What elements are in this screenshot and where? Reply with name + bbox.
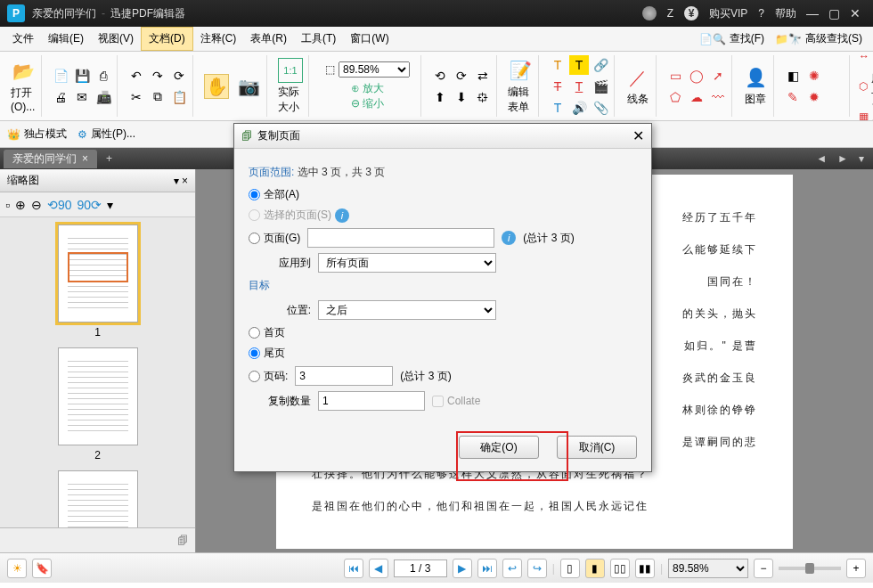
pages-input[interactable]: [307, 228, 494, 248]
radio-all[interactable]: 全部(A): [249, 187, 299, 202]
sidebar-menu-icon[interactable]: ▾ ×: [174, 175, 188, 187]
menu-edit[interactable]: 编辑(E): [41, 28, 91, 50]
refresh-icon[interactable]: ⟳: [169, 66, 189, 86]
minimize-button[interactable]: ―: [802, 6, 823, 20]
single-page-icon[interactable]: ▯: [560, 559, 580, 578]
page-down-icon[interactable]: ⬇: [452, 87, 471, 107]
tab-close-icon[interactable]: ×: [82, 152, 88, 165]
apply-to-select[interactable]: 所有页面: [318, 253, 496, 273]
zoom-in-button[interactable]: ⊕ 放大: [351, 81, 384, 96]
thumb-rotleft-icon[interactable]: ⟲90: [47, 198, 72, 212]
buy-vip-link[interactable]: 购买VIP: [709, 6, 747, 21]
thumb-zoomin-icon[interactable]: ⊕: [15, 198, 26, 212]
zoom-out-button[interactable]: ⊖ 缩小: [351, 96, 384, 111]
redo-icon[interactable]: ↷: [148, 66, 167, 86]
maximize-button[interactable]: ▢: [823, 6, 844, 20]
radio-pageno[interactable]: 页码:: [249, 369, 288, 384]
goto-icon[interactable]: ⯐: [473, 87, 493, 107]
tab-menu-icon[interactable]: ▾: [853, 152, 869, 165]
flip-icon[interactable]: ⇄: [473, 66, 493, 86]
cancel-button[interactable]: 取消(C): [557, 436, 637, 459]
prev-page-button[interactable]: ◀: [369, 559, 388, 578]
zoom-out-btn[interactable]: −: [754, 559, 773, 578]
new-icon[interactable]: 📄: [51, 66, 70, 86]
polygon-icon[interactable]: ⬠: [665, 87, 685, 107]
perimeter-tool[interactable]: ⬡周长: [859, 71, 873, 102]
scan-icon[interactable]: 📠: [94, 87, 113, 107]
position-select[interactable]: 之后: [318, 300, 496, 320]
cont-facing-icon[interactable]: ▮▮: [635, 559, 655, 578]
lines-button[interactable]: ／线条: [624, 63, 652, 109]
polyline-icon[interactable]: 〰: [708, 87, 728, 107]
undo-icon[interactable]: ↶: [126, 66, 146, 86]
actual-size-button[interactable]: 1:1实际大小: [276, 56, 305, 117]
first-page-button[interactable]: ⏮: [344, 559, 363, 578]
rotate-right-icon[interactable]: ⟳: [452, 66, 471, 86]
menu-comment[interactable]: 注释(C): [193, 28, 244, 50]
arrow-icon[interactable]: ➚: [708, 66, 728, 86]
zoom-combo[interactable]: 89.58%: [668, 559, 748, 578]
menu-form[interactable]: 表单(R): [243, 28, 294, 50]
help-icon[interactable]: ?: [758, 7, 764, 20]
burst2-icon[interactable]: ✹: [804, 87, 824, 107]
radio-last[interactable]: 尾页: [249, 346, 285, 361]
last-page-button[interactable]: ⏭: [477, 559, 497, 578]
find-button[interactable]: 📄🔍查找(F): [694, 29, 770, 48]
edit-text-icon[interactable]: T: [548, 55, 567, 75]
save-icon[interactable]: 💾: [72, 66, 92, 86]
page-up-icon[interactable]: ⬆: [430, 87, 450, 107]
caret-icon[interactable]: T: [548, 98, 567, 118]
user-label[interactable]: Z: [667, 7, 673, 20]
highlight-icon[interactable]: T: [569, 55, 589, 75]
copy-icon[interactable]: ⧉: [148, 87, 167, 107]
dialog-close-button[interactable]: ✕: [632, 127, 644, 144]
menu-tool[interactable]: 工具(T): [294, 28, 343, 50]
area-tool[interactable]: ▦面积: [859, 102, 873, 122]
rotate-left-icon[interactable]: ⟲: [430, 66, 450, 86]
radio-first[interactable]: 首页: [249, 325, 285, 340]
link-icon[interactable]: 🔗: [591, 55, 610, 75]
exclusive-mode-button[interactable]: 👑独占模式: [7, 127, 67, 142]
menu-window[interactable]: 窗口(W): [343, 28, 396, 50]
sound-icon[interactable]: 🔊: [569, 98, 589, 118]
strikeout-icon[interactable]: T: [548, 77, 567, 96]
thumbnail-1[interactable]: 1: [58, 225, 138, 339]
advanced-find-button[interactable]: 📁🔭高级查找(S): [770, 29, 868, 48]
collate-checkbox[interactable]: Collate: [432, 395, 480, 407]
saveas-icon[interactable]: ⎙: [94, 66, 113, 86]
stamp-button[interactable]: 👤图章: [741, 63, 770, 109]
rect-icon[interactable]: ▭: [665, 66, 685, 86]
print-icon[interactable]: 🖨: [51, 87, 70, 107]
snapshot-tool[interactable]: 📷: [234, 72, 263, 101]
menu-document[interactable]: 文档(D): [141, 27, 193, 51]
tab-document[interactable]: 亲爱的同学们×: [4, 150, 97, 168]
options-icon[interactable]: ☀: [7, 559, 27, 578]
underline-icon[interactable]: T: [569, 77, 589, 96]
paste-icon[interactable]: 📋: [169, 87, 189, 107]
close-button[interactable]: ✕: [844, 6, 866, 20]
distance-tool[interactable]: ↔距离: [859, 52, 873, 71]
thumb-rotright-icon[interactable]: 90⟳: [78, 198, 102, 212]
menu-file[interactable]: 文件: [5, 28, 41, 50]
eraser-icon[interactable]: ◧: [783, 66, 803, 86]
mail-icon[interactable]: ✉: [72, 87, 92, 107]
tab-left-icon[interactable]: ◄: [811, 152, 832, 165]
stack-icon[interactable]: 🗐: [177, 535, 188, 547]
copies-input[interactable]: [318, 391, 425, 411]
info-icon-2[interactable]: i: [502, 231, 516, 245]
thumbnail-2[interactable]: 2: [58, 347, 138, 461]
thumb-more-icon[interactable]: ▾: [107, 198, 113, 212]
thumb-new-icon[interactable]: ▫: [5, 198, 10, 212]
edit-form-button[interactable]: 📝编辑表单: [506, 56, 534, 117]
tab-add-button[interactable]: +: [101, 151, 118, 167]
circle-icon[interactable]: ◯: [687, 66, 706, 86]
help-link[interactable]: 帮助: [775, 6, 796, 21]
info-icon[interactable]: i: [335, 208, 349, 223]
fit-width-icon[interactable]: ⬚: [325, 63, 335, 76]
tab-right-icon[interactable]: ►: [832, 152, 853, 165]
currency-icon[interactable]: ¥: [684, 6, 698, 20]
cut-icon[interactable]: ✂: [126, 87, 146, 107]
menu-view[interactable]: 视图(V): [91, 28, 141, 50]
continuous-icon[interactable]: ▮: [585, 559, 605, 578]
radio-pages[interactable]: 页面(G): [249, 231, 300, 246]
